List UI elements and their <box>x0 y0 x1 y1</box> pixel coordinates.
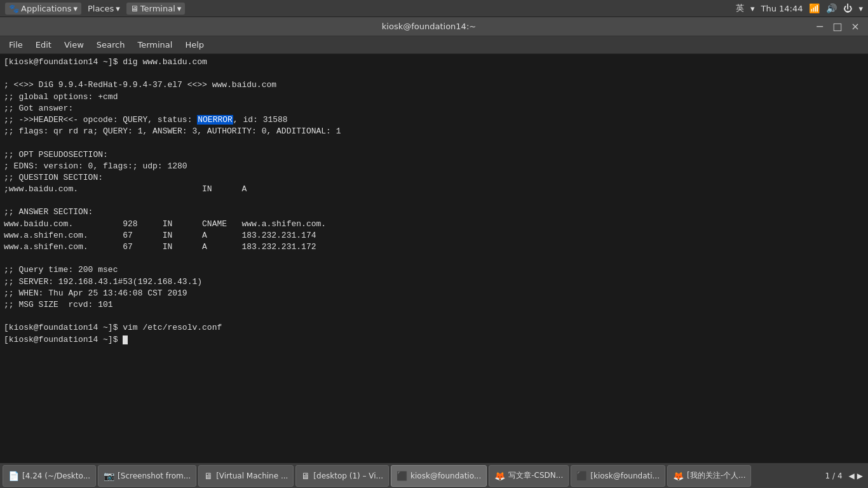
noerror-badge: NOERROR <box>197 115 233 125</box>
power-icon[interactable]: ⏻ <box>843 3 852 13</box>
terminal-menu[interactable]: 🖥 Terminal ▾ <box>126 3 185 15</box>
places-label: Places <box>88 4 114 13</box>
taskbar-icon-5: ⬛ <box>397 471 407 481</box>
term-line: ; EDNS: version: 0, flags:; udp: 1280 <box>4 161 864 172</box>
taskbar-label-3: [Virtual Machine ... <box>216 471 288 480</box>
taskbar-icon-6: 🦊 <box>494 471 505 481</box>
wifi-icon[interactable]: 📶 <box>809 3 820 13</box>
terminal-window: kiosk@foundation14:~ − □ × File Edit Vie… <box>0 17 868 488</box>
close-button[interactable]: × <box>849 22 862 32</box>
taskbar-icon-3: 🖥 <box>204 471 213 481</box>
applications-label: Applications <box>21 4 71 13</box>
menu-edit[interactable]: Edit <box>29 38 58 51</box>
page-indicator: 1 / 4 <box>822 470 846 482</box>
menu-file[interactable]: File <box>3 38 29 51</box>
topbar: 🐾 Applications ▾ Places ▾ 🖥 Terminal ▾ 英… <box>0 0 868 17</box>
term-line: ;; MSG SIZE rcvd: 101 <box>4 299 864 311</box>
lang-arrow: ▾ <box>750 4 755 13</box>
menu-view[interactable]: View <box>58 38 90 51</box>
term-line: ; <<>> DiG 9.9.4-RedHat-9.9.4-37.el7 <<>… <box>4 79 864 91</box>
term-line <box>4 311 864 322</box>
taskbar-arrow-right[interactable]: ▶ <box>857 471 863 480</box>
term-line <box>4 68 864 79</box>
term-line: ;; Query time: 200 msec <box>4 264 864 276</box>
taskbar-label-6: 写文章-CSDN... <box>508 470 563 481</box>
terminal-titlebar: kiosk@foundation14:~ − □ × <box>0 17 868 36</box>
applications-arrow: ▾ <box>73 4 78 13</box>
term-line: ;; OPT PSEUDOSECTION: <box>4 149 864 161</box>
menu-search[interactable]: Search <box>90 38 132 51</box>
volume-icon[interactable]: 🔊 <box>826 3 837 13</box>
taskbar-item-3[interactable]: 🖥 [Virtual Machine ... <box>198 465 294 487</box>
time-label: Thu 14:44 <box>761 4 803 13</box>
term-line-cursor: [kiosk@foundation14 ~]$ <box>4 334 864 346</box>
topbar-right: 英 ▾ Thu 14:44 📶 🔊 ⏻ ▾ <box>736 3 863 14</box>
terminal-menubar: File Edit View Search Terminal Help <box>0 36 868 54</box>
minimize-button[interactable]: − <box>813 22 826 32</box>
restore-button[interactable]: □ <box>831 22 844 32</box>
taskbar-item-8[interactable]: 🦊 [我的关注-个人... <box>667 465 751 487</box>
app-icon: 🐾 <box>9 4 19 13</box>
taskbar-right: 1 / 4 ◀ ▶ <box>822 470 865 482</box>
terminal-title: kiosk@foundation14:~ <box>44 22 813 31</box>
terminal-content[interactable]: [kiosk@foundation14 ~]$ dig www.baidu.co… <box>0 54 868 488</box>
taskbar-icon-7: ⬛ <box>576 471 587 481</box>
terminal-icon: 🖥 <box>130 4 139 13</box>
menu-terminal[interactable]: Terminal <box>131 38 179 51</box>
taskbar-icon-1: 📄 <box>8 471 19 481</box>
menu-help[interactable]: Help <box>179 38 210 51</box>
terminal-arrow: ▾ <box>177 4 182 13</box>
lang-label[interactable]: 英 <box>736 3 744 14</box>
term-line: ;; QUESTION SECTION: <box>4 172 864 184</box>
term-line <box>4 253 864 264</box>
applications-menu[interactable]: 🐾 Applications ▾ <box>5 3 81 15</box>
taskbar-label-4: [desktop (1) – Vi... <box>313 471 383 480</box>
power-arrow: ▾ <box>858 4 863 13</box>
term-line: ;; SERVER: 192.168.43.1#53(192.168.43.1) <box>4 276 864 288</box>
taskbar-item-1[interactable]: 📄 [4.24 (~/Deskto... <box>3 465 96 487</box>
taskbar-label-2: [Screenshot from... <box>118 471 191 480</box>
taskbar: 📄 [4.24 (~/Deskto... 📷 [Screenshot from.… <box>0 463 868 488</box>
term-line: www.a.shifen.com. 67 IN A 183.232.231.17… <box>4 230 864 241</box>
term-line: www.a.shifen.com. 67 IN A 183.232.231.17… <box>4 241 864 253</box>
taskbar-item-6[interactable]: 🦊 写文章-CSDN... <box>489 465 569 487</box>
taskbar-arrow-left[interactable]: ◀ <box>849 471 855 480</box>
taskbar-item-4[interactable]: 🖥 [desktop (1) – Vi... <box>295 465 389 487</box>
term-line: ;; global options: +cmd <box>4 92 864 103</box>
term-line: ;; WHEN: Thu Apr 25 13:46:08 CST 2019 <box>4 288 864 299</box>
taskbar-icon-4: 🖥 <box>301 471 310 481</box>
taskbar-item-2[interactable]: 📷 [Screenshot from... <box>98 465 196 487</box>
term-line: ;; ANSWER SECTION: <box>4 207 864 218</box>
term-line <box>4 137 864 149</box>
term-line: ;; flags: qr rd ra; QUERY: 1, ANSWER: 3,… <box>4 126 864 137</box>
term-line <box>4 195 864 207</box>
taskbar-label-1: [4.24 (~/Deskto... <box>22 471 90 480</box>
topbar-left: 🐾 Applications ▾ Places ▾ 🖥 Terminal ▾ <box>5 3 185 15</box>
taskbar-label-8: [我的关注-个人... <box>687 470 745 481</box>
terminal-cursor <box>123 336 128 344</box>
taskbar-item-7[interactable]: ⬛ [kiosk@foundati... <box>571 465 665 487</box>
term-line: ;; Got answer: <box>4 103 864 114</box>
taskbar-label-5: kiosk@foundatio... <box>410 471 481 480</box>
places-arrow: ▾ <box>116 4 120 13</box>
terminal-label: Terminal <box>140 4 175 13</box>
term-line: [kiosk@foundation14 ~]$ dig www.baidu.co… <box>4 57 864 68</box>
places-menu[interactable]: Places ▾ <box>84 3 124 15</box>
taskbar-item-5[interactable]: ⬛ kiosk@foundatio... <box>391 465 487 487</box>
term-line: ;www.baidu.com. IN A <box>4 184 864 195</box>
term-line-noerror: ;; ->>HEADER<<- opcode: QUERY, status: N… <box>4 114 864 126</box>
taskbar-icon-8: 🦊 <box>673 471 684 481</box>
term-line: www.baidu.com. 928 IN CNAME www.a.shifen… <box>4 219 864 230</box>
terminal-controls: − □ × <box>813 22 862 32</box>
taskbar-label-7: [kiosk@foundati... <box>590 471 660 480</box>
term-line: [kiosk@foundation14 ~]$ vim /etc/resolv.… <box>4 322 864 334</box>
taskbar-icon-2: 📷 <box>104 471 114 481</box>
